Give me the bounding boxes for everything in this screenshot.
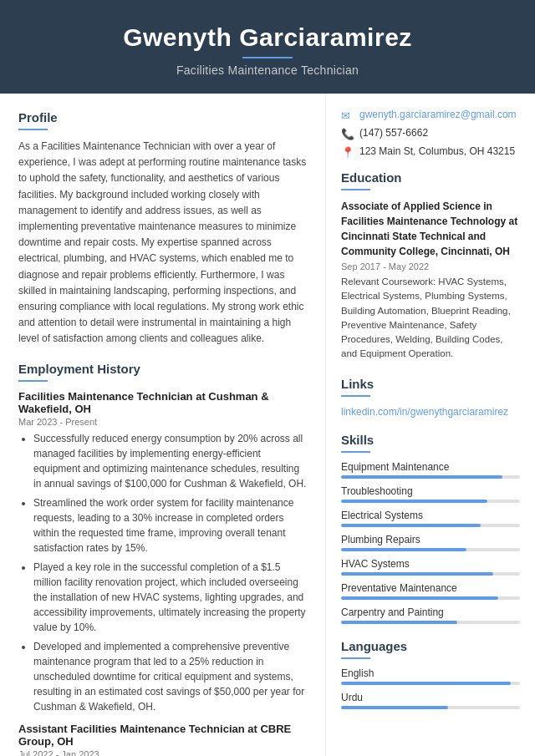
job-1-bullet-1: Successfully reduced energy consumption … [33, 431, 307, 491]
contact-phone-row: 📞 (147) 557-6662 [341, 127, 520, 140]
skill-bar-fill-2 [341, 524, 481, 527]
skill-item-5: Preventative Maintenance [341, 582, 520, 600]
skills-title: Skills [341, 433, 520, 447]
languages-divider [341, 657, 370, 659]
skill-item-0: Equipment Maintenance [341, 461, 520, 479]
job-1-bullet-3: Played a key role in the successful comp… [33, 560, 307, 635]
right-column: ✉ gwenyth.garciaramirez@gmail.com 📞 (147… [326, 94, 535, 739]
employment-divider [18, 380, 48, 382]
skill-item-1: Troubleshooting [341, 485, 520, 503]
skill-bar-fill-6 [341, 621, 457, 624]
education-section: Education Associate of Applied Science i… [341, 170, 520, 362]
employment-title: Employment History [18, 362, 307, 376]
left-column: Profile As a Facilities Maintenance Tech… [0, 94, 326, 756]
profile-text: As a Facilities Maintenance Technician w… [18, 139, 307, 347]
job-2-title: Assistant Facilities Maintenance Technic… [18, 723, 307, 748]
languages-container: English Urdu [341, 667, 520, 709]
education-title: Education [341, 170, 520, 185]
skill-bar-bg-4 [341, 572, 520, 576]
address-text: 123 Main St, Columbus, OH 43215 [359, 145, 515, 157]
skills-section: Skills Equipment Maintenance Troubleshoo… [341, 433, 520, 624]
education-divider [341, 189, 370, 190]
email-link[interactable]: gwenyth.garciaramirez@gmail.com [359, 109, 517, 120]
skill-bar-bg-1 [341, 500, 520, 503]
job-1-title: Facilities Maintenance Technician at Cus… [18, 390, 307, 415]
skill-bar-fill-1 [341, 500, 487, 503]
linkedin-link[interactable]: linkedin.com/in/gwenythgarciaramirez [341, 406, 508, 418]
lang-name-0: English [341, 667, 520, 679]
skill-item-6: Carpentry and Painting [341, 606, 520, 624]
location-icon: 📍 [341, 146, 354, 159]
lang-bar-fill-1 [341, 706, 448, 709]
lang-bar-bg-0 [341, 682, 520, 685]
skill-name-4: HVAC Systems [341, 558, 520, 570]
skill-bar-bg-5 [341, 596, 520, 600]
skill-name-5: Preventative Maintenance [341, 582, 520, 594]
skill-bar-bg-3 [341, 548, 520, 551]
skill-name-1: Troubleshooting [341, 485, 520, 497]
edu-coursework: Relevant Coursework: HVAC Systems, Elect… [341, 275, 520, 362]
skill-bar-bg-0 [341, 475, 520, 479]
job-1-dates: Mar 2023 - Present [18, 417, 307, 427]
contact-email-row: ✉ gwenyth.garciaramirez@gmail.com [341, 109, 520, 122]
candidate-subtitle: Facilities Maintenance Technician [17, 63, 518, 77]
lang-item-0: English [341, 667, 520, 685]
languages-section: Languages English Urdu [341, 639, 520, 709]
skill-bar-fill-0 [341, 475, 502, 479]
header-divider [242, 57, 293, 58]
skill-bar-bg-6 [341, 621, 520, 624]
skill-bar-fill-3 [341, 548, 466, 551]
skill-name-3: Plumbing Repairs [341, 534, 520, 545]
skill-bar-bg-2 [341, 524, 520, 527]
languages-title: Languages [341, 639, 520, 653]
edu-dates: Sep 2017 - May 2022 [341, 261, 520, 271]
main-layout: Profile As a Facilities Maintenance Tech… [0, 94, 535, 756]
lang-bar-bg-1 [341, 706, 520, 709]
job-1-bullet-4: Developed and implemented a comprehensiv… [33, 639, 307, 714]
skill-name-2: Electrical Systems [341, 510, 520, 521]
contact-section: ✉ gwenyth.garciaramirez@gmail.com 📞 (147… [341, 109, 520, 159]
profile-divider [18, 129, 48, 130]
links-section: Links linkedin.com/in/gwenythgarciaramir… [341, 377, 520, 418]
candidate-name: Gwenyth Garciaramirez [17, 23, 518, 52]
lang-bar-fill-0 [341, 682, 511, 685]
job-2-dates: Jul 2022 - Jan 2023 [18, 749, 307, 756]
job-1-bullet-2: Streamlined the work order system for fa… [33, 495, 307, 556]
phone-text: (147) 557-6662 [359, 127, 428, 139]
profile-section: Profile As a Facilities Maintenance Tech… [18, 110, 307, 347]
skill-name-0: Equipment Maintenance [341, 461, 520, 473]
phone-icon: 📞 [341, 128, 354, 140]
edu-degree: Associate of Applied Science in Faciliti… [341, 199, 520, 259]
skill-item-3: Plumbing Repairs [341, 534, 520, 551]
lang-item-1: Urdu [341, 692, 520, 709]
contact-address-row: 📍 123 Main St, Columbus, OH 43215 [341, 145, 520, 159]
job-1-bullets: Successfully reduced energy consumption … [18, 431, 307, 714]
skills-container: Equipment Maintenance Troubleshooting El… [341, 461, 520, 624]
lang-name-1: Urdu [341, 692, 520, 703]
skills-divider [341, 451, 370, 453]
skill-bar-fill-5 [341, 596, 498, 600]
skill-item-4: HVAC Systems [341, 558, 520, 576]
links-title: Links [341, 377, 520, 391]
links-divider [341, 395, 370, 397]
employment-section: Employment History Facilities Maintenanc… [18, 362, 307, 756]
job-2: Assistant Facilities Maintenance Technic… [18, 723, 307, 756]
skill-bar-fill-4 [341, 572, 493, 576]
job-1: Facilities Maintenance Technician at Cus… [18, 390, 307, 714]
skill-name-6: Carpentry and Painting [341, 606, 520, 618]
profile-title: Profile [18, 110, 307, 124]
skill-item-2: Electrical Systems [341, 510, 520, 527]
email-icon: ✉ [341, 109, 354, 122]
resume-header: Gwenyth Garciaramirez Facilities Mainten… [0, 0, 535, 94]
